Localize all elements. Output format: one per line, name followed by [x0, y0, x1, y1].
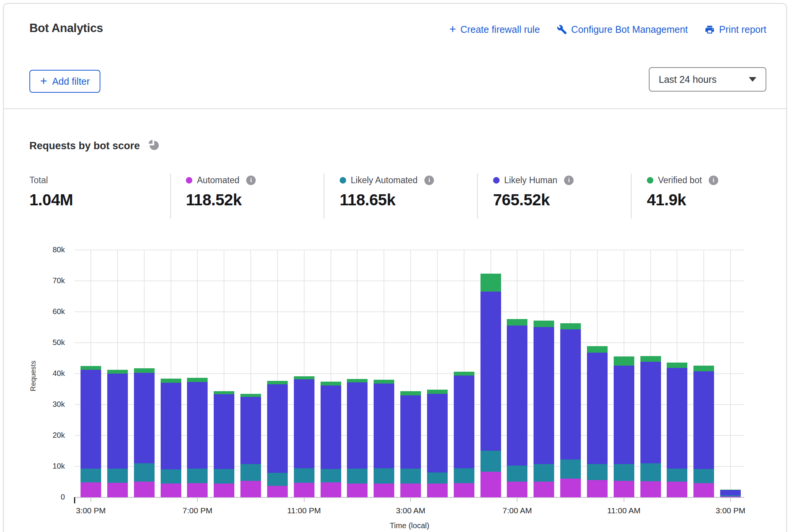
bar-segment-verified-bot — [187, 378, 208, 382]
bar-4-00-pm[interactable] — [107, 370, 128, 497]
bar-9-00-pm[interactable] — [240, 394, 261, 497]
bar-4-00-am[interactable] — [427, 390, 448, 497]
bar-segment-verified-bot — [667, 363, 687, 368]
bar-11-00-am[interactable] — [614, 356, 634, 497]
x-axis-tick — [304, 498, 305, 502]
bar-segment-verified-bot — [214, 391, 234, 394]
bar-segment-verified-bot — [81, 366, 101, 370]
y-axis-tick-label: 40k — [34, 369, 65, 378]
bar-segment-automated — [321, 482, 341, 497]
x-axis-tick-label: 7:00 PM — [169, 506, 226, 515]
bar-segment-automated — [560, 479, 581, 497]
bar-segment-likely-automated — [480, 451, 501, 471]
bar-segment-verified-bot — [480, 274, 501, 292]
bar-segment-likely-human — [507, 326, 527, 466]
bar-segment-automated — [534, 482, 554, 497]
bar-segment-likely-human — [267, 384, 288, 473]
bar-segment-likely-automated — [214, 469, 234, 483]
bar-7-00-am[interactable] — [507, 319, 527, 497]
bar-segment-likely-automated — [347, 469, 368, 484]
bar-10-00-pm[interactable] — [267, 381, 288, 497]
bot-analytics-page: Bot Analytics + Create firewall rule Con… — [0, 0, 790, 532]
x-axis-tick — [730, 498, 731, 502]
bar-segment-likely-automated — [267, 473, 288, 486]
x-axis-tick-label: 3:00 PM — [62, 506, 119, 515]
bar-segment-verified-bot — [134, 368, 155, 373]
bar-2-00-pm[interactable] — [693, 366, 714, 497]
bar-segment-likely-automated — [667, 469, 687, 482]
x-axis-tick-label: 3:00 PM — [702, 506, 759, 515]
bar-3-00-pm[interactable] — [720, 490, 741, 497]
bar-segment-automated — [667, 482, 687, 497]
bar-9-00-am[interactable] — [560, 323, 581, 497]
bar-segment-automated — [187, 483, 208, 497]
bar-segment-likely-automated — [134, 463, 155, 482]
y-axis-tick-label: 0 — [34, 493, 65, 501]
bar-segment-automated — [587, 480, 608, 497]
bar-5-00-pm[interactable] — [134, 368, 155, 497]
x-axis-tick — [410, 498, 411, 502]
bar-10-00-am[interactable] — [587, 346, 608, 497]
x-axis-tick — [197, 498, 198, 502]
bar-segment-likely-human — [374, 384, 394, 468]
bar-3-00-pm[interactable] — [81, 366, 101, 497]
bar-segment-likely-human — [161, 383, 181, 469]
bar-segment-likely-human — [560, 329, 581, 459]
grid-line-horizontal — [74, 311, 744, 312]
bar-segment-likely-human — [427, 394, 448, 473]
grid-line-horizontal — [74, 250, 744, 250]
bar-5-00-am[interactable] — [454, 372, 474, 497]
bar-segment-verified-bot — [534, 321, 554, 327]
bar-segment-automated — [480, 472, 501, 497]
bar-segment-likely-automated — [560, 459, 581, 479]
bar-segment-verified-bot — [107, 370, 128, 374]
bar-segment-verified-bot — [347, 379, 368, 383]
x-axis-tick-label: 7:00 AM — [489, 506, 546, 515]
bar-segment-likely-human — [240, 397, 261, 464]
bar-segment-verified-bot — [400, 391, 421, 395]
bar-3-00-am[interactable] — [400, 391, 421, 497]
bar-6-00-pm[interactable] — [161, 379, 181, 497]
bot-score-chart: 010k20k30k40k50k60k70k80k3:00 PM7:00 PM1… — [0, 0, 790, 532]
bar-segment-likely-human — [81, 370, 101, 469]
y-axis-tick-label: 60k — [34, 307, 65, 316]
bar-segment-verified-bot — [294, 376, 314, 379]
bar-1-00-pm[interactable] — [667, 363, 687, 497]
bar-segment-verified-bot — [240, 394, 261, 397]
bar-segment-verified-bot — [587, 346, 608, 353]
bar-segment-likely-human — [321, 385, 341, 469]
bar-segment-verified-bot — [427, 390, 448, 394]
bar-segment-verified-bot — [161, 379, 181, 383]
bar-segment-verified-bot — [614, 356, 634, 365]
bar-segment-automated — [81, 482, 101, 497]
bar-2-00-am[interactable] — [374, 380, 394, 497]
bar-segment-automated — [240, 481, 261, 497]
x-axis-tick — [624, 498, 624, 502]
bar-6-00-am[interactable] — [480, 274, 501, 497]
bar-1-00-am[interactable] — [347, 379, 368, 497]
bar-8-00-am[interactable] — [534, 321, 554, 497]
bar-segment-automated — [214, 484, 234, 497]
bar-segment-automated — [720, 497, 741, 497]
bar-segment-likely-human — [534, 327, 554, 464]
bar-segment-likely-human — [400, 395, 421, 469]
bar-segment-automated — [614, 481, 634, 497]
bar-12-00-pm[interactable] — [640, 356, 661, 497]
bar-segment-likely-automated — [427, 472, 448, 484]
bar-8-00-pm[interactable] — [214, 391, 234, 497]
bar-segment-verified-bot — [693, 366, 714, 371]
bar-segment-automated — [507, 482, 527, 497]
bar-segment-likely-human — [640, 362, 661, 463]
bar-segment-likely-automated — [81, 469, 101, 482]
bar-segment-likely-automated — [693, 469, 714, 483]
bar-segment-likely-human — [294, 379, 314, 468]
bar-segment-likely-automated — [400, 469, 421, 483]
bar-7-00-pm[interactable] — [187, 378, 208, 497]
bar-segment-likely-automated — [321, 469, 341, 482]
bar-11-00-pm[interactable] — [294, 376, 314, 497]
bar-segment-automated — [294, 483, 314, 497]
bar-segment-automated — [267, 486, 288, 497]
bar-12-00-am[interactable] — [321, 382, 341, 497]
bar-segment-verified-bot — [640, 356, 661, 362]
x-axis-label: Time (local) — [371, 521, 448, 530]
